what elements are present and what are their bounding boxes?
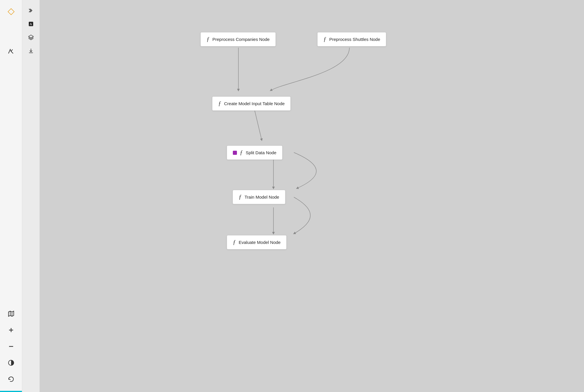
- node-label: Split Data Node: [246, 150, 276, 155]
- node-label: Preprocess Shuttles Node: [329, 37, 380, 42]
- half-circle-icon: [8, 359, 15, 366]
- app-nav-button[interactable]: [4, 44, 18, 58]
- create-model-input-node[interactable]: ƒ Create Model Input Table Node: [212, 96, 291, 111]
- map-icon: [8, 310, 15, 317]
- map-icon-button[interactable]: [4, 307, 18, 321]
- canvas-area: ƒ Preprocess Companies Node ƒ Preprocess…: [40, 0, 584, 392]
- download-icon: [28, 48, 34, 54]
- layers-icon: [28, 34, 34, 40]
- plus-icon: [8, 327, 15, 334]
- func-icon: ƒ: [218, 100, 221, 107]
- left-sidebar: A: [22, 0, 40, 392]
- accent-bar: [0, 391, 22, 392]
- theme-toggle-button[interactable]: [4, 356, 18, 370]
- logo-button[interactable]: [4, 5, 18, 19]
- annotation-icon: A: [28, 21, 34, 27]
- svg-marker-0: [8, 8, 14, 15]
- svg-marker-10: [28, 35, 33, 38]
- far-left-panel: [0, 0, 22, 392]
- func-icon: ƒ: [239, 194, 242, 200]
- edges-layer: [40, 0, 584, 392]
- svg-text:A: A: [30, 22, 32, 26]
- split-data-node[interactable]: ƒ Split Data Node: [227, 145, 283, 160]
- chevron-right-icon: [28, 8, 34, 13]
- download-button[interactable]: [25, 45, 37, 57]
- zoom-in-button[interactable]: [4, 323, 18, 337]
- svg-marker-1: [8, 311, 14, 316]
- func-icon: ƒ: [240, 149, 243, 156]
- train-model-node[interactable]: ƒ Train Model Node: [233, 190, 285, 204]
- refresh-icon: [8, 376, 15, 383]
- minus-icon: [8, 343, 15, 350]
- zoom-out-button[interactable]: [4, 339, 18, 353]
- node-label: Create Model Input Table Node: [224, 101, 285, 106]
- func-icon: ƒ: [323, 36, 326, 43]
- preprocess-companies-node[interactable]: ƒ Preprocess Companies Node: [200, 32, 276, 46]
- node-label: Train Model Node: [245, 195, 279, 200]
- logo-diamond-icon: [8, 8, 15, 15]
- node-label: Preprocess Companies Node: [212, 37, 270, 42]
- purple-status-dot: [233, 151, 237, 155]
- refresh-button[interactable]: [4, 372, 18, 386]
- node-label: Evaluate Model Node: [239, 240, 280, 245]
- func-icon: ƒ: [207, 36, 209, 43]
- func-icon: ƒ: [233, 239, 236, 246]
- expand-button[interactable]: [25, 5, 37, 16]
- evaluate-model-node[interactable]: ƒ Evaluate Model Node: [227, 235, 287, 249]
- lambda-icon: [8, 48, 15, 55]
- preprocess-shuttles-node[interactable]: ƒ Preprocess Shuttles Node: [317, 32, 386, 46]
- layers-button[interactable]: [25, 32, 37, 43]
- annotation-button[interactable]: A: [25, 18, 37, 30]
- bottom-controls: [4, 307, 18, 386]
